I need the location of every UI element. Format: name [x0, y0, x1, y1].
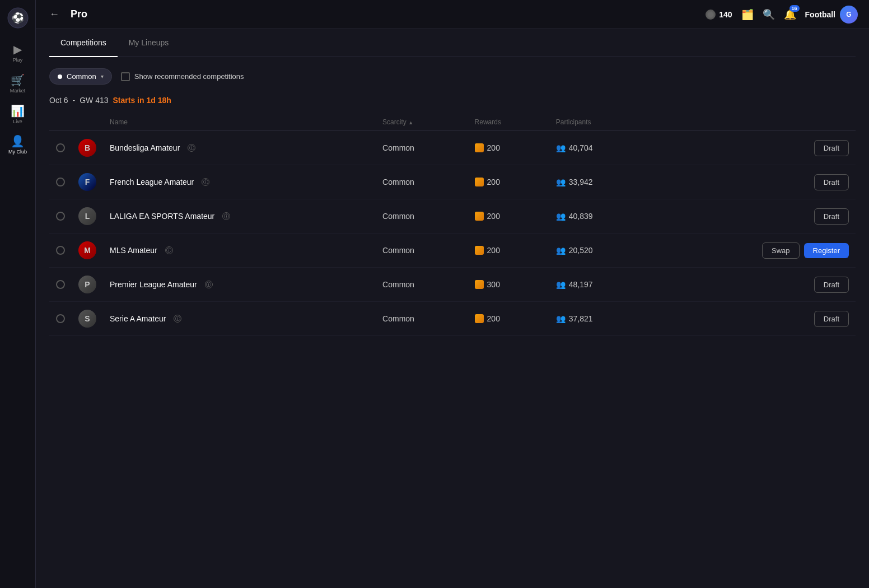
- reward-icon-laliga: [475, 212, 484, 221]
- info-icon-seriea[interactable]: ⓘ: [174, 315, 181, 323]
- comp-name-cell-laliga: LALIGA EA SPORTS Amateur ⓘ: [110, 212, 369, 221]
- table-body: B Bundesliga Amateur ⓘ Common 200 👥 40,7…: [49, 131, 856, 336]
- comp-name-premier: Premier League Amateur: [110, 280, 197, 289]
- coins-display: 140: [706, 10, 732, 20]
- common-filter-button[interactable]: Common ▾: [49, 68, 112, 85]
- people-icon-premier: 👥: [556, 280, 566, 289]
- common-filter-label: Common: [67, 72, 96, 81]
- row-radio-bundesliga[interactable]: [56, 143, 65, 152]
- reward-value-seriea: 200: [487, 314, 500, 323]
- participants-premier: 👥 48,197: [556, 280, 645, 289]
- comp-name-cell-mls: MLS Amateur ⓘ: [110, 246, 369, 255]
- sidebar-item-play[interactable]: ▶ Play: [0, 38, 35, 69]
- info-icon-laliga[interactable]: ⓘ: [222, 212, 230, 220]
- comp-name-bundesliga: Bundesliga Amateur: [110, 143, 180, 152]
- date-text: Oct 6: [49, 96, 68, 105]
- info-icon-premier[interactable]: ⓘ: [205, 281, 213, 288]
- swap-button-mls[interactable]: Swap: [762, 242, 800, 259]
- reward-cell-premier: 300: [475, 280, 543, 289]
- notification-badge: 16: [789, 5, 800, 12]
- draft-button-premier[interactable]: Draft: [814, 277, 849, 293]
- row-radio-french[interactable]: [56, 178, 65, 186]
- sidebar-item-market[interactable]: 🛒 Market: [0, 69, 35, 100]
- tab-my-lineups[interactable]: My Lineups: [118, 29, 180, 57]
- info-icon-mls[interactable]: ⓘ: [165, 246, 173, 254]
- action-cell-french: Draft: [658, 174, 849, 190]
- participants-laliga: 👥 40,839: [556, 212, 645, 221]
- participants-value-premier: 48,197: [569, 280, 593, 289]
- reward-value-french: 200: [487, 178, 500, 186]
- participants-value-bundesliga: 40,704: [569, 143, 593, 152]
- comp-name-mls: MLS Amateur: [110, 246, 157, 255]
- football-selector[interactable]: Football G: [805, 6, 858, 24]
- tabs: Competitions My Lineups: [49, 29, 856, 57]
- register-button-mls[interactable]: Register: [804, 243, 849, 258]
- row-radio-seriea[interactable]: [56, 314, 65, 323]
- show-recommended-label[interactable]: Show recommended competitions: [121, 72, 244, 81]
- manager-icon[interactable]: 🗂️: [741, 8, 754, 21]
- app-logo[interactable]: ⚽: [7, 7, 29, 29]
- comp-name-cell-bundesliga: Bundesliga Amateur ⓘ: [110, 143, 369, 152]
- comp-logo-bundesliga: B: [78, 139, 96, 157]
- live-icon: 📊: [11, 105, 25, 116]
- reward-value-laliga: 200: [487, 212, 500, 221]
- reward-icon-seriea: [475, 314, 484, 323]
- table-row: M MLS Amateur ⓘ Common 200 👥 20,520 Swap…: [49, 234, 856, 268]
- table-row: S Serie A Amateur ⓘ Common 200 👥 37,821 …: [49, 302, 856, 336]
- row-radio-mls[interactable]: [56, 246, 65, 255]
- comp-name-cell-seriea: Serie A Amateur ⓘ: [110, 314, 369, 323]
- sidebar-item-live[interactable]: 📊 Live: [0, 100, 35, 130]
- scarcity-premier: Common: [376, 268, 468, 302]
- filters-row: Common ▾ Show recommended competitions: [49, 68, 856, 85]
- participants-french: 👥 33,942: [556, 178, 645, 186]
- sidebar-item-myclubs[interactable]: 👤 My Club: [0, 130, 35, 161]
- comp-name-laliga: LALIGA EA SPORTS Amateur: [110, 212, 214, 221]
- draft-button-french[interactable]: Draft: [814, 174, 849, 190]
- comp-name-french: French League Amateur: [110, 178, 194, 186]
- draft-button-bundesliga[interactable]: Draft: [814, 140, 849, 156]
- col-radio: [49, 114, 72, 131]
- scarcity-bundesliga: Common: [376, 131, 468, 165]
- filter-dot: [58, 74, 62, 79]
- draft-button-seriea[interactable]: Draft: [814, 311, 849, 327]
- reward-icon-premier: [475, 280, 484, 289]
- col-logo: [72, 114, 103, 131]
- notification-icon[interactable]: 🔔 16: [784, 8, 796, 21]
- comp-logo-laliga: L: [78, 207, 96, 225]
- reward-icon-mls: [475, 246, 484, 255]
- participants-bundesliga: 👥 40,704: [556, 143, 645, 152]
- people-icon-laliga: 👥: [556, 212, 566, 221]
- participants-value-seriea: 37,821: [569, 314, 593, 323]
- draft-button-laliga[interactable]: Draft: [814, 208, 849, 225]
- reward-value-mls: 200: [487, 246, 500, 255]
- search-icon[interactable]: 🔍: [763, 8, 775, 21]
- reward-icon-french: [475, 178, 484, 186]
- info-icon-bundesliga[interactable]: ⓘ: [188, 144, 195, 152]
- reward-cell-french: 200: [475, 178, 543, 186]
- action-cell-mls: SwapRegister: [658, 242, 849, 259]
- row-radio-laliga[interactable]: [56, 212, 65, 221]
- page-title: Pro: [71, 8, 697, 20]
- tab-competitions[interactable]: Competitions: [49, 29, 118, 57]
- sidebar-market-label: Market: [10, 88, 26, 94]
- table-row: P Premier League Amateur ⓘ Common 300 👥 …: [49, 268, 856, 302]
- myclubs-icon: 👤: [11, 136, 25, 147]
- info-icon-french[interactable]: ⓘ: [202, 178, 209, 186]
- col-scarcity[interactable]: Scarcity: [376, 114, 468, 131]
- people-icon-mls: 👥: [556, 246, 566, 255]
- table-row: B Bundesliga Amateur ⓘ Common 200 👥 40,7…: [49, 131, 856, 165]
- show-recommended-checkbox[interactable]: [121, 72, 130, 81]
- topbar: ← Pro 140 🗂️ 🔍 🔔 16 Football G: [36, 0, 869, 29]
- reward-icon-bundesliga: [475, 143, 484, 152]
- sidebar-myclubs-label: My Club: [8, 149, 27, 155]
- chevron-down-icon: ▾: [101, 73, 104, 80]
- table-row: F French League Amateur ⓘ Common 200 👥 3…: [49, 165, 856, 199]
- back-button[interactable]: ←: [47, 6, 62, 22]
- action-cell-bundesliga: Draft: [658, 140, 849, 156]
- row-radio-premier[interactable]: [56, 280, 65, 289]
- reward-cell-mls: 200: [475, 246, 543, 255]
- table-row: L LALIGA EA SPORTS Amateur ⓘ Common 200 …: [49, 199, 856, 234]
- participants-mls: 👥 20,520: [556, 246, 645, 255]
- participants-value-mls: 20,520: [569, 246, 593, 255]
- gw-text: GW 413: [80, 96, 108, 105]
